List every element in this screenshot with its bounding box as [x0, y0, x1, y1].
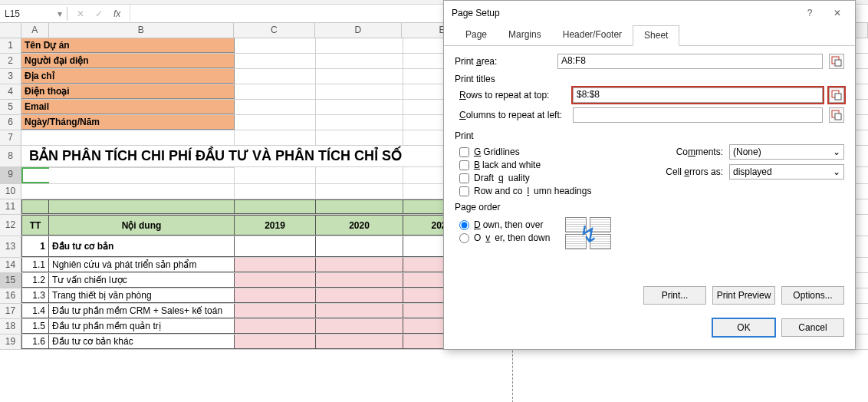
cell[interactable]: 1.4	[21, 304, 49, 318]
row-header[interactable]: 6	[0, 115, 21, 130]
cell[interactable]: 1.6	[21, 334, 49, 349]
tab-sheet[interactable]: Sheet	[633, 25, 679, 46]
row-header[interactable]: 4	[0, 84, 21, 99]
cell[interactable]: 1.1	[21, 258, 49, 272]
cols-repeat-label: Columns to repeat at left:	[459, 110, 567, 120]
print-button[interactable]: Print...	[643, 286, 706, 305]
col-header[interactable]: A	[21, 23, 49, 38]
cell[interactable]: Điện thoại	[21, 84, 235, 99]
rows-repeat-input[interactable]: $8:$8	[573, 87, 823, 103]
chevron-down-icon: ⌄	[833, 147, 840, 157]
enter-icon[interactable]: ✓	[95, 8, 103, 19]
page-setup-dialog: Page Setup ? ✕ Page Margins Header/Foote…	[443, 0, 856, 350]
name-box-ref: L15	[5, 8, 20, 19]
cell[interactable]: 1.3	[21, 288, 49, 303]
col-header[interactable]: C	[234, 23, 315, 38]
dialog-tabs: Page Margins Header/Footer Sheet	[444, 25, 855, 46]
svg-rect-1	[835, 60, 841, 66]
col-header[interactable]: D	[315, 23, 403, 38]
table-header[interactable]: Nội dung	[49, 215, 235, 236]
print-preview-button[interactable]: Print Preview	[712, 286, 775, 305]
cell[interactable]: Tư vấn chiến lược	[49, 273, 235, 288]
page-order-legend: Page order	[455, 202, 500, 213]
dialog-title: Page Setup	[452, 8, 500, 18]
title-cell[interactable]: BẢN PHÂN TÍCH CHI PHÍ ĐẦU TƯ VÀ PHÂN TÍC…	[21, 146, 512, 166]
cell[interactable]	[316, 38, 403, 53]
tab-page[interactable]: Page	[455, 25, 498, 45]
row-header[interactable]: 3	[0, 69, 21, 84]
print-area-input[interactable]: A8:F8	[557, 54, 823, 69]
cell[interactable]: Ngày/Tháng/Năm	[21, 115, 235, 130]
cancel-button[interactable]: Cancel	[781, 318, 844, 337]
cell-errors-label: Cell errors as:	[657, 166, 723, 177]
cell[interactable]: Đầu tư phần mềm CRM + Sales+ kế toán	[49, 304, 235, 318]
print-area-label: Print area:	[455, 56, 551, 67]
row-header[interactable]: 9	[0, 167, 21, 183]
row-header[interactable]: 2	[0, 54, 21, 68]
table-header[interactable]: TT	[21, 215, 49, 236]
cell[interactable]: Tên Dự án	[21, 38, 235, 53]
chevron-down-icon: ⌄	[833, 166, 840, 177]
fx-icon[interactable]: fx	[113, 8, 120, 19]
range-picker-icon[interactable]	[829, 107, 844, 123]
cell[interactable]: Trang thiết bị văn phòng	[49, 288, 235, 303]
help-icon[interactable]: ?	[798, 5, 821, 21]
table-header[interactable]: 2020	[316, 215, 403, 236]
cell[interactable]: 1	[21, 236, 49, 257]
range-picker-icon[interactable]	[829, 87, 844, 103]
cell[interactable]: Địa chỉ	[21, 69, 235, 84]
cell[interactable]: Đầu tư phần mềm quản trị	[49, 319, 235, 334]
black-white-checkbox[interactable]: Black and white	[459, 160, 591, 170]
tab-margins[interactable]: Margins	[498, 25, 552, 45]
rows-repeat-label: Rows to repeat at top:	[459, 90, 567, 100]
col-header[interactable]: B	[49, 23, 234, 38]
select-all-corner[interactable]	[0, 23, 21, 38]
row-col-headings-checkbox[interactable]: Row and column headings	[459, 186, 591, 196]
cell[interactable]	[235, 38, 316, 53]
cell[interactable]: Email	[21, 100, 235, 114]
page-order-icon: ↯	[565, 217, 616, 251]
close-icon[interactable]: ✕	[826, 5, 849, 21]
row-header[interactable]: 8	[0, 146, 21, 166]
draft-quality-checkbox[interactable]: Draft quality	[459, 173, 591, 183]
row-header[interactable]: 5	[0, 100, 21, 114]
gridlines-checkbox[interactable]: GGridlines	[459, 147, 591, 157]
row-header[interactable]: 7	[0, 130, 21, 145]
comments-label: Comments:	[657, 147, 723, 157]
cancel-icon[interactable]: ✕	[77, 8, 84, 19]
row-header[interactable]: 1	[0, 38, 21, 53]
print-titles-legend: Print titles	[455, 74, 495, 84]
chevron-down-icon: ▾	[58, 8, 62, 19]
down-then-over-radio[interactable]: Down, then over	[459, 219, 550, 230]
range-picker-icon[interactable]	[829, 54, 844, 69]
over-then-down-radio[interactable]: Over, then down	[459, 232, 550, 243]
cols-repeat-input[interactable]	[573, 107, 823, 123]
cell[interactable]: Đầu tư cơ bản khác	[49, 334, 235, 349]
cell[interactable]: Nghiên cứu và phát triển sản phẩm	[49, 258, 235, 272]
dialog-titlebar[interactable]: Page Setup ? ✕	[444, 1, 855, 25]
comments-select[interactable]: (None)⌄	[729, 144, 844, 160]
cell[interactable]: Người đại diện	[21, 54, 235, 68]
svg-rect-5	[835, 114, 841, 120]
svg-rect-3	[835, 94, 841, 100]
print-legend: Print	[455, 130, 474, 141]
cell-errors-select[interactable]: displayed⌄	[729, 164, 844, 180]
ok-button[interactable]: OK	[712, 318, 775, 337]
tab-header-footer[interactable]: Header/Footer	[552, 25, 633, 45]
name-box[interactable]: L15 ▾	[0, 7, 67, 21]
cell[interactable]: Đầu tư cơ bản	[49, 236, 235, 257]
cell[interactable]: 1.2	[21, 273, 49, 288]
options-button[interactable]: Options...	[781, 286, 844, 305]
table-header[interactable]: 2019	[235, 215, 316, 236]
cell[interactable]: 1.5	[21, 319, 49, 334]
